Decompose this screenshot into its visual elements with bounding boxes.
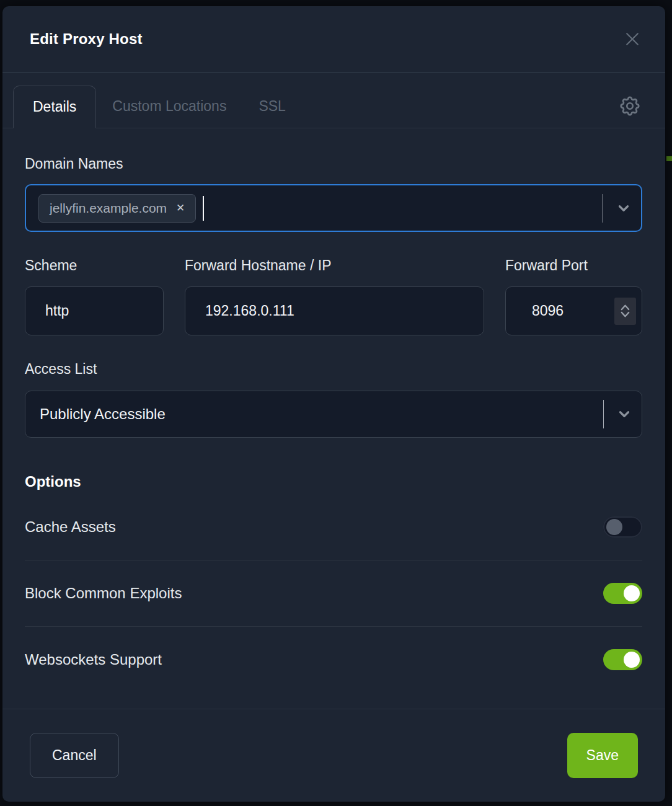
domain-tag-label: jellyfin.example.com (50, 201, 167, 216)
details-tab-content: Domain Names jellyfin.example.com ✕ (2, 128, 665, 693)
tab-bar: Details Custom Locations SSL (2, 73, 665, 128)
modal-footer: Cancel Save (2, 709, 665, 802)
stepper-up-icon (620, 304, 630, 311)
modal-header: Edit Proxy Host (2, 6, 665, 73)
select-divider (603, 400, 604, 428)
option-row-cache-assets: Cache Assets (25, 494, 642, 560)
cache-assets-toggle[interactable] (603, 516, 642, 538)
access-list-label: Access List (25, 361, 642, 378)
toggle-knob (624, 585, 640, 601)
block-exploits-toggle[interactable] (603, 583, 642, 604)
access-list-value: Publicly Accessible (40, 405, 166, 423)
domain-names-label: Domain Names (25, 156, 642, 172)
chevron-down-icon[interactable] (616, 200, 632, 216)
chevron-down-icon[interactable] (616, 406, 632, 422)
block-exploits-label: Block Common Exploits (25, 585, 182, 602)
remove-tag-icon[interactable]: ✕ (176, 203, 185, 213)
toggle-knob (624, 652, 640, 668)
access-list-select[interactable]: Publicly Accessible (25, 391, 642, 438)
domain-names-input[interactable]: jellyfin.example.com ✕ (25, 184, 642, 232)
cancel-button[interactable]: Cancel (30, 733, 119, 778)
page-backdrop: Edit Proxy Host Details Custom Locations… (0, 0, 672, 806)
option-row-websockets: Websockets Support (25, 627, 642, 693)
stepper-down-icon (620, 311, 630, 318)
text-cursor (203, 196, 204, 221)
toggle-knob (606, 519, 622, 535)
select-divider (603, 194, 603, 223)
edit-proxy-host-modal: Edit Proxy Host Details Custom Locations… (2, 6, 665, 802)
options-list: Cache Assets Block Common Exploits Webso… (25, 494, 642, 693)
modal-title: Edit Proxy Host (30, 30, 143, 48)
option-row-block-exploits: Block Common Exploits (25, 560, 642, 627)
tab-details[interactable]: Details (13, 86, 96, 128)
websockets-toggle[interactable] (603, 649, 642, 670)
forward-hostname-input[interactable] (185, 286, 484, 335)
websockets-label: Websockets Support (25, 651, 162, 668)
cache-assets-label: Cache Assets (25, 518, 116, 536)
options-heading: Options (25, 473, 642, 490)
close-icon[interactable] (622, 29, 643, 50)
scheme-input[interactable] (25, 286, 164, 335)
gear-icon[interactable] (617, 93, 643, 119)
scheme-label: Scheme (25, 257, 164, 274)
domain-tag: jellyfin.example.com ✕ (38, 194, 196, 223)
tab-ssl[interactable]: SSL (242, 85, 301, 128)
background-accent (666, 156, 672, 161)
forward-hostname-label: Forward Hostname / IP (185, 257, 484, 274)
tab-custom-locations[interactable]: Custom Locations (96, 85, 242, 128)
forward-port-label: Forward Port (505, 257, 642, 274)
forward-settings-row: Scheme Forward Hostname / IP Forward Por… (25, 232, 642, 335)
number-stepper[interactable] (614, 298, 636, 325)
save-button[interactable]: Save (567, 733, 638, 778)
